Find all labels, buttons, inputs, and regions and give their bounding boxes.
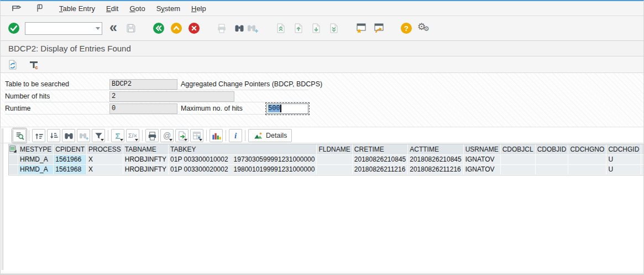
menu-bar: Table Entry Edit Goto System Help bbox=[1, 1, 643, 16]
sort-ascending-button[interactable] bbox=[32, 129, 45, 142]
column-header-tabname[interactable]: TABNAME bbox=[123, 144, 168, 154]
table-cell-cdobjid[interactable] bbox=[535, 154, 568, 164]
last-page-button[interactable] bbox=[327, 22, 340, 35]
max-hits-input[interactable]: 500 bbox=[266, 103, 308, 114]
find-next-button[interactable] bbox=[246, 22, 259, 35]
enter-button[interactable] bbox=[7, 22, 20, 35]
sort-descending-button[interactable] bbox=[47, 129, 60, 142]
table-cell-tabname[interactable]: HROBJINFTY bbox=[123, 164, 168, 174]
chevron-down-icon[interactable] bbox=[96, 27, 100, 30]
sum-button[interactable]: Σ bbox=[111, 129, 124, 142]
find-next-button-alv[interactable] bbox=[77, 129, 90, 142]
new-session-button[interactable] bbox=[354, 22, 368, 35]
menu-help[interactable]: Help bbox=[186, 2, 212, 15]
row-filler bbox=[641, 164, 644, 174]
menu-system[interactable]: System bbox=[151, 2, 186, 15]
select-all-button[interactable] bbox=[9, 144, 18, 154]
menu-label-part: E bbox=[106, 4, 111, 13]
table-cell-cpident[interactable]: 1561966 bbox=[54, 154, 87, 164]
help-button[interactable]: ? bbox=[400, 22, 413, 35]
table-cell-cdchgno[interactable] bbox=[568, 164, 606, 174]
detail-view-button[interactable] bbox=[13, 129, 26, 142]
window-icon[interactable] bbox=[34, 4, 46, 13]
table-cell-cdobjid[interactable] bbox=[535, 164, 568, 174]
first-page-button[interactable] bbox=[274, 22, 287, 35]
choose-layout-button[interactable] bbox=[190, 129, 203, 142]
menu-table-entry[interactable]: Table Entry bbox=[54, 2, 101, 15]
information-button[interactable]: i bbox=[229, 129, 242, 142]
table-cell-tabkey[interactable]: 01P 003300010002 1973030599991231000000 bbox=[169, 154, 317, 164]
print-button-alv[interactable] bbox=[145, 129, 159, 142]
table-cell-tabkey[interactable]: 01P 003300020002 1980010199991231000000 bbox=[169, 164, 317, 174]
table-cell-fldname[interactable] bbox=[317, 164, 352, 174]
find-button-alv[interactable] bbox=[62, 129, 75, 142]
table-cell-cdchgid[interactable]: U bbox=[606, 164, 641, 174]
column-header-usrname[interactable]: USRNAME bbox=[463, 144, 500, 154]
column-header-mestype[interactable]: MESTYPE bbox=[18, 144, 54, 154]
bar-chart-icon bbox=[211, 131, 222, 141]
menu-label-part: elp bbox=[196, 4, 206, 13]
customize-layout-button[interactable]: ⚙⚙ bbox=[417, 22, 431, 35]
column-header-process[interactable]: PROCESS bbox=[87, 144, 123, 154]
previous-page-button[interactable] bbox=[291, 22, 305, 35]
column-header-cpident[interactable]: CPIDENT bbox=[54, 144, 87, 154]
create-shortcut-button[interactable] bbox=[372, 22, 385, 35]
separator bbox=[226, 130, 226, 141]
column-header-cdchgid[interactable]: CDCHGID bbox=[606, 144, 641, 154]
menu-goto[interactable]: Goto bbox=[124, 2, 150, 15]
column-header-cdobjcl[interactable]: CDOBJCL bbox=[500, 144, 535, 154]
menu-label-part: oto bbox=[135, 4, 145, 13]
table-cell-cretime[interactable]: 20180826211216 bbox=[352, 164, 407, 174]
views-button[interactable]: @ bbox=[160, 129, 174, 142]
session-menu-icon[interactable] bbox=[11, 4, 23, 12]
table-description: Aggregated Change Pointers (BDCP, BDCPS) bbox=[181, 80, 322, 88]
print-button[interactable] bbox=[215, 22, 228, 35]
table-cell-acttime[interactable]: 20180826211216 bbox=[408, 164, 463, 174]
table-cell-mestype[interactable]: HRMD_A bbox=[18, 164, 54, 174]
column-header-cdchgno[interactable]: CDCHGNO bbox=[568, 144, 606, 154]
refresh-button[interactable] bbox=[6, 58, 19, 71]
back-button[interactable] bbox=[152, 22, 165, 35]
menu-edit[interactable]: Edit bbox=[101, 2, 124, 15]
column-header-acttime[interactable]: ACTTIME bbox=[408, 144, 463, 154]
table-cell-cdobjcl[interactable] bbox=[500, 164, 535, 174]
number-of-hits-field[interactable]: 2 bbox=[109, 91, 234, 102]
table-cell-cretime[interactable]: 20180826210845 bbox=[352, 154, 407, 164]
export-button[interactable] bbox=[175, 129, 189, 142]
title-bar: BDCP2: Display of Entries Found bbox=[1, 41, 643, 56]
table-cell-process[interactable]: X bbox=[87, 154, 123, 164]
table-cell-cdchgid[interactable]: U bbox=[606, 154, 641, 164]
row-selector[interactable] bbox=[9, 154, 18, 164]
runtime-field[interactable]: 0 bbox=[109, 103, 177, 114]
table-cell-mestype[interactable]: HRMD_A bbox=[18, 154, 54, 164]
find-button[interactable] bbox=[233, 22, 246, 35]
subtotal-button[interactable]: Σ/× bbox=[126, 129, 139, 142]
choose-button[interactable]: c bbox=[27, 58, 40, 71]
table-cell-cdchgno[interactable] bbox=[568, 154, 606, 164]
column-header-fldname[interactable]: FLDNAME bbox=[317, 144, 352, 154]
menu-label-part: stem bbox=[165, 4, 180, 13]
next-page-button[interactable] bbox=[309, 22, 322, 35]
column-header-cretime[interactable]: CRETIME bbox=[352, 144, 407, 154]
table-cell-usrname[interactable]: IGNATOV bbox=[463, 164, 500, 174]
column-header-cdobjid[interactable]: CDOBJID bbox=[535, 144, 568, 154]
form-row-table: Table to be searched BDCP2 Aggregated Ch… bbox=[5, 78, 643, 90]
collapse-button[interactable]: « bbox=[107, 22, 120, 35]
table-cell-fldname[interactable] bbox=[317, 154, 352, 164]
table-name-field[interactable]: BDCP2 bbox=[109, 79, 177, 90]
column-header-tabkey[interactable]: TABKEY bbox=[169, 144, 317, 154]
row-selector[interactable] bbox=[9, 164, 18, 174]
table-cell-acttime[interactable]: 20180826210845 bbox=[408, 154, 463, 164]
command-field-input[interactable] bbox=[25, 22, 102, 35]
table-cell-cdobjcl[interactable] bbox=[500, 154, 535, 164]
table-cell-cpident[interactable]: 1561968 bbox=[54, 164, 87, 174]
save-button[interactable] bbox=[124, 22, 138, 35]
table-cell-tabname[interactable]: HROBJINFTY bbox=[123, 154, 168, 164]
details-button[interactable]: Details bbox=[248, 129, 292, 142]
exit-button[interactable] bbox=[170, 22, 183, 35]
table-cell-process[interactable]: X bbox=[87, 164, 123, 174]
graphics-button[interactable] bbox=[210, 129, 223, 142]
table-cell-usrname[interactable]: IGNATOV bbox=[463, 154, 500, 164]
cancel-button[interactable] bbox=[187, 22, 201, 35]
filter-button[interactable] bbox=[92, 129, 105, 142]
